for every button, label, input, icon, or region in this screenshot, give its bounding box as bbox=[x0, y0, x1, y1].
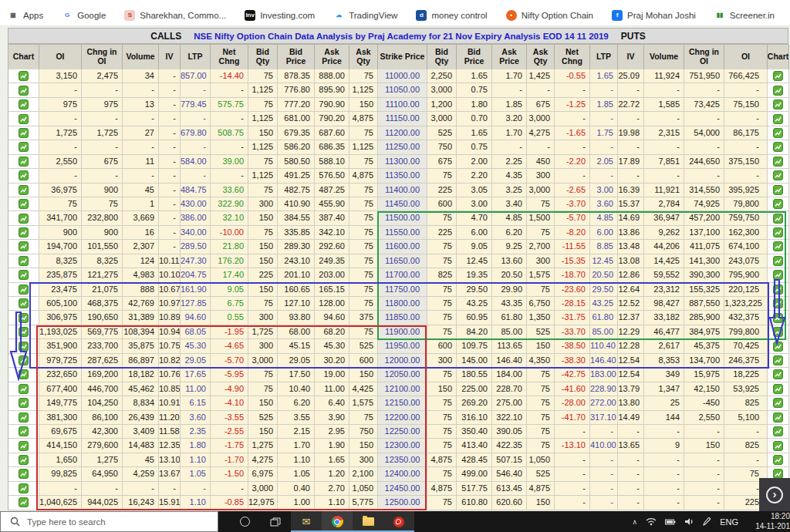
chart-icon[interactable] bbox=[773, 285, 783, 295]
chart-icon[interactable] bbox=[773, 157, 783, 167]
chart-icon[interactable] bbox=[19, 426, 29, 436]
chart-icon[interactable] bbox=[773, 185, 783, 195]
bookmark-money-control[interactable]: dmoney control bbox=[416, 10, 487, 21]
chart-icon[interactable] bbox=[773, 313, 783, 323]
chart-icon[interactable] bbox=[19, 71, 29, 81]
calls-ask-price: 3.90 bbox=[315, 411, 349, 425]
chart-icon[interactable] bbox=[773, 355, 783, 365]
puts-ask-qty: 4,350 bbox=[527, 354, 555, 368]
chart-icon[interactable] bbox=[773, 114, 783, 124]
puts-oi: 75,150 bbox=[724, 98, 768, 112]
volume-icon[interactable] bbox=[684, 517, 694, 526]
taskbar-search-input[interactable]: Type here to search bbox=[0, 511, 218, 532]
chart-icon[interactable] bbox=[773, 128, 783, 138]
chart-icon[interactable] bbox=[19, 199, 29, 209]
chart-icon[interactable] bbox=[19, 412, 29, 423]
bookmark-investing-com[interactable]: InvInvesting.com bbox=[245, 10, 315, 21]
chart-icon[interactable] bbox=[773, 214, 783, 224]
chart-icon[interactable] bbox=[773, 327, 783, 337]
chart-icon[interactable] bbox=[19, 369, 29, 379]
expand-flyout-button[interactable]: › bbox=[759, 478, 790, 511]
chart-icon[interactable] bbox=[773, 298, 783, 308]
chart-icon[interactable] bbox=[19, 214, 29, 224]
chart-icon[interactable] bbox=[19, 497, 29, 507]
puts-ask-price: - bbox=[492, 83, 527, 97]
show-hidden-icons-chevron[interactable]: ∧ bbox=[633, 518, 638, 526]
calls-volume: 3,669 bbox=[123, 211, 159, 225]
chart-icon[interactable] bbox=[773, 199, 783, 209]
chart-icon[interactable] bbox=[19, 270, 29, 280]
chart-icon[interactable] bbox=[19, 256, 29, 266]
chart-icon[interactable] bbox=[19, 128, 29, 138]
calls-bid-price: 1.70 bbox=[278, 439, 315, 453]
bookmark-nifty-option-chain[interactable]: •Nifty Option Chain bbox=[506, 10, 593, 21]
chart-icon[interactable] bbox=[19, 227, 29, 237]
chart-icon[interactable] bbox=[773, 426, 783, 436]
chart-icon[interactable] bbox=[773, 412, 783, 423]
chart-icon[interactable] bbox=[19, 170, 29, 180]
chart-icon[interactable] bbox=[773, 99, 783, 109]
chrome-app-button[interactable] bbox=[322, 511, 353, 532]
chart-icon[interactable] bbox=[773, 270, 783, 280]
language-indicator[interactable]: ENG bbox=[720, 517, 738, 527]
calls-chart-cell bbox=[8, 425, 39, 439]
bookmark-praj-mohan-joshi[interactable]: fPraj Mohan Joshi bbox=[612, 10, 696, 21]
chart-icon[interactable] bbox=[19, 483, 29, 493]
battery-icon[interactable] bbox=[665, 519, 676, 525]
chart-icon[interactable] bbox=[19, 398, 29, 408]
chart-icon[interactable] bbox=[19, 142, 29, 152]
chart-icon[interactable] bbox=[773, 369, 783, 379]
chart-icon[interactable] bbox=[19, 99, 29, 109]
file-explorer-button[interactable] bbox=[353, 511, 383, 532]
bookmark-tradingview[interactable]: ☁TradingView bbox=[333, 10, 397, 21]
pen-icon[interactable] bbox=[703, 517, 711, 526]
chart-icon[interactable] bbox=[19, 469, 29, 479]
chart-icon[interactable] bbox=[19, 298, 29, 308]
chart-icon[interactable] bbox=[773, 342, 783, 352]
chart-icon[interactable] bbox=[773, 441, 783, 451]
chart-icon[interactable] bbox=[19, 455, 29, 465]
chart-icon[interactable] bbox=[19, 185, 29, 195]
calls-ask-qty: 4,425 bbox=[349, 382, 378, 396]
chart-icon[interactable] bbox=[19, 285, 29, 295]
chart-icon[interactable] bbox=[773, 455, 783, 465]
mail-app-button[interactable]: ✉ bbox=[291, 511, 322, 532]
puts-chart-cell bbox=[768, 126, 789, 140]
calls-oi: 975 bbox=[39, 98, 82, 112]
puts-ask-qty: 75 bbox=[527, 439, 555, 453]
chart-icon[interactable] bbox=[19, 342, 29, 352]
chart-icon[interactable] bbox=[19, 313, 29, 323]
cortana-button[interactable] bbox=[229, 511, 260, 532]
calls-chng-in-oi: 279,600 bbox=[82, 439, 123, 453]
bookmark-apps[interactable]: ▦Apps bbox=[8, 10, 43, 21]
header-ltp: LTP bbox=[590, 45, 618, 70]
chart-icon[interactable] bbox=[773, 170, 783, 180]
chart-icon[interactable] bbox=[773, 86, 783, 96]
bookmark-screener-in[interactable]: ▮▮Screener.in bbox=[714, 10, 775, 21]
calls-ltp: 204.75 bbox=[181, 268, 211, 282]
chart-icon[interactable] bbox=[773, 384, 783, 394]
calls-net-chng: 322.90 bbox=[211, 197, 248, 211]
chart-icon[interactable] bbox=[773, 241, 783, 251]
chart-icon[interactable] bbox=[773, 142, 783, 152]
chart-icon[interactable] bbox=[19, 86, 29, 96]
calls-iv: 10.75 bbox=[159, 339, 181, 353]
task-view-button[interactable] bbox=[260, 511, 291, 532]
chart-icon[interactable] bbox=[19, 157, 29, 167]
chart-icon[interactable] bbox=[773, 227, 783, 237]
calls-chart-cell bbox=[8, 283, 39, 297]
trading-app-button[interactable] bbox=[383, 511, 414, 532]
chart-icon[interactable] bbox=[773, 71, 783, 81]
bookmark-sharekhan-commo[interactable]: SSharekhan, Commo... bbox=[124, 10, 226, 21]
wifi-icon[interactable] bbox=[646, 517, 657, 526]
chart-icon[interactable] bbox=[19, 241, 29, 251]
bookmark-google[interactable]: GGoogle bbox=[62, 10, 106, 21]
chart-icon[interactable] bbox=[19, 441, 29, 451]
chart-icon[interactable] bbox=[19, 327, 29, 337]
chart-icon[interactable] bbox=[773, 398, 783, 408]
chart-icon[interactable] bbox=[19, 114, 29, 124]
chart-icon[interactable] bbox=[19, 384, 29, 394]
chart-icon[interactable] bbox=[773, 256, 783, 266]
taskbar-clock[interactable]: 18:20 14-11-201 bbox=[747, 512, 790, 531]
chart-icon[interactable] bbox=[19, 355, 29, 365]
